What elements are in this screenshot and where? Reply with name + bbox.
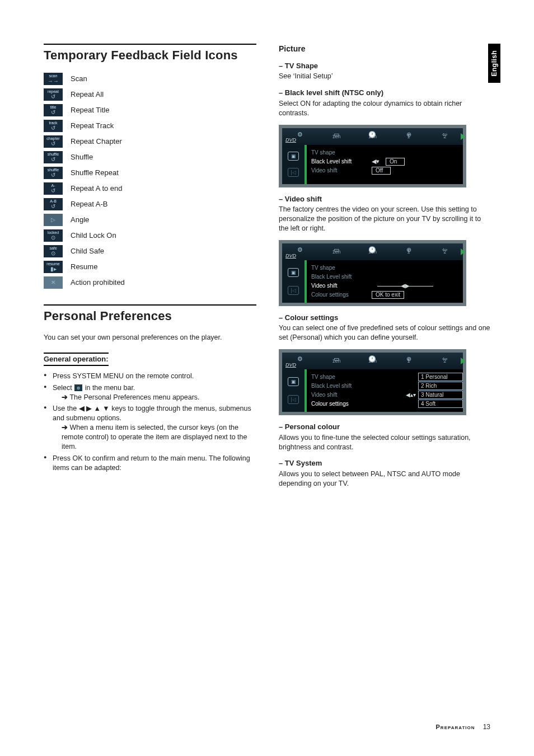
- osd-top-icon: ⚙: [282, 355, 318, 363]
- tv-system-body: Allows you to select between PAL, NTSC a…: [279, 469, 491, 489]
- personal-colour-body: Allows you to fine-tune the selected col…: [279, 433, 491, 452]
- tv-shape-body: See ‘Initial Setup’: [279, 72, 491, 81]
- feedback-icon-row: track↺Repeat Track: [44, 120, 256, 132]
- left-column: Temporary Feedback Field Icons scan→→Sca…: [44, 44, 256, 489]
- feedback-icon-thumb: ▷: [44, 214, 63, 226]
- colour-settings-body: You can select one of five predefined se…: [279, 323, 491, 342]
- feedback-icon-row: locked⊙Child Lock On: [44, 229, 256, 242]
- osd-menu-row: Black Level shift: [311, 382, 397, 391]
- feedback-icon-label: Repeat Chapter: [71, 137, 122, 147]
- osd-menu-row: Black Level shift◀▾On: [311, 157, 458, 166]
- feedback-icon-row: ▷Angle: [44, 214, 256, 226]
- osd-top-icon: ▭: [318, 130, 355, 139]
- feedback-icon-row: ✕Action prohibited: [44, 276, 256, 289]
- osd-menu-label: TV shape: [311, 373, 367, 381]
- osd-menu-row: Video shiftOff: [311, 166, 458, 175]
- osd-value: Off: [372, 167, 391, 175]
- osd-black-level: DVD ⚙▭🕐⊕⇦ 1en 1en 1 2 ▣ |◁ TV shapeBlack…: [279, 125, 466, 187]
- osd-menu-row: Colour settings: [311, 400, 397, 408]
- osd-top-icon: ▭: [318, 246, 355, 254]
- feedback-icon-thumb: title↺: [44, 104, 63, 116]
- osd-ctrl-icon: ◀▴▾: [406, 391, 416, 399]
- feedback-icon-row: title↺Repeat Title: [44, 104, 256, 116]
- feedback-icon-label: Child Lock On: [71, 231, 116, 241]
- video-shift-body: The factory centres the video on your sc…: [279, 205, 491, 233]
- feedback-icon-row: shuffle↺Shuffle: [44, 151, 256, 163]
- feedback-icon-thumb: chapter↺: [44, 135, 63, 148]
- osd-top-icon: ⇦: [427, 130, 463, 139]
- feedback-icon-row: A-↺Repeat A to end: [44, 182, 256, 195]
- heading-personal-prefs: Personal Preferences: [44, 304, 256, 325]
- osd-top-icon: 🕐: [354, 355, 391, 363]
- feedback-icon-label: Resume: [71, 262, 97, 272]
- osd-top-icon: ⊕: [391, 246, 427, 254]
- osd-list-item: 1 Personal: [418, 373, 463, 381]
- language-tab-label: English: [490, 50, 499, 77]
- feedback-icon-label: Repeat Track: [71, 121, 114, 131]
- general-operation-heading: General operation:: [44, 353, 109, 366]
- step-arrow-keys-note: When a menu item is selected, the cursor…: [53, 423, 256, 452]
- feedback-icon-thumb: shuffle↺: [44, 151, 63, 163]
- osd-menu-label: TV shape: [311, 264, 367, 272]
- feedback-icon-thumb: repeat↺: [44, 88, 63, 101]
- feedback-icon-label: Child Safe: [71, 246, 104, 256]
- osd-menu-row: TV shape: [311, 373, 397, 382]
- osd-menu-label: Black Level shift: [311, 382, 367, 390]
- osd-video-shift: DVD ⚙▭🕐⊕⇦ 1en 1en 1 2 ▣ |◁ TV shapeBlack…: [279, 240, 466, 306]
- osd-slider: ◀▶: [372, 282, 439, 290]
- osd-menu-row: Video shift◀▶: [311, 281, 458, 290]
- osd-side-icon: |◁: [288, 168, 299, 177]
- osd-top-icon: ▭: [318, 355, 355, 363]
- language-tab: English: [488, 44, 500, 83]
- feedback-icon-label: Scan: [71, 74, 87, 84]
- feedback-icon-row: resume▮▸Resume: [44, 261, 256, 273]
- osd-top-icon: ⊕: [391, 130, 427, 139]
- feedback-icon-row: repeat↺Repeat All: [44, 88, 256, 101]
- feedback-icon-row: A-B↺Repeat A-B: [44, 198, 256, 210]
- osd-menu-label: Colour settings: [311, 291, 367, 299]
- footer-page-number: 13: [483, 723, 490, 731]
- osd-menu-row: Video shift: [311, 391, 397, 400]
- prefs-menu-icon: ⚙: [74, 384, 82, 391]
- feedback-icon-label: Shuffle Repeat: [71, 168, 119, 178]
- step-select-icon: Select ⚙ in the menu bar. The Personal P…: [44, 383, 256, 402]
- osd-side-icon: ▣: [288, 152, 299, 161]
- feedback-icon-thumb: shuffle↺: [44, 167, 63, 179]
- feedback-icon-thumb: locked⊙: [44, 229, 63, 242]
- osd-menu-label: Colour settings: [311, 400, 367, 408]
- step-press-ok: Press OK to confirm and return to the ma…: [44, 454, 256, 473]
- right-column: Picture TV Shape See ‘Initial Setup’ Bla…: [279, 44, 491, 489]
- osd-list-item: 3 Natural: [418, 391, 463, 399]
- sub-tv-system: TV System: [279, 458, 491, 468]
- osd-menu-row: Black Level shift: [311, 273, 458, 281]
- osd-top-icon: ⇦: [427, 246, 463, 254]
- osd-ok-exit: OK to exit: [372, 291, 404, 299]
- sub-black-level: Black level shift (NTSC only): [279, 88, 491, 98]
- osd-top-icon: ⚙: [282, 246, 318, 254]
- feedback-icon-label: Shuffle: [71, 152, 93, 162]
- osd-ctrl-icon: ◀▾: [372, 157, 380, 166]
- feedback-icon-row: scan→→Scan: [44, 73, 256, 85]
- osd-menu-label: Black Level shift: [311, 273, 367, 281]
- feedback-icon-thumb: track↺: [44, 120, 63, 132]
- feedback-icon-row: chapter↺Repeat Chapter: [44, 135, 256, 148]
- sub-video-shift: Video shift: [279, 194, 491, 204]
- osd-menu-label: Video shift: [311, 391, 367, 399]
- general-operation-steps: Press SYSTEM MENU on the remote control.…: [44, 372, 256, 473]
- feedback-icon-label: Repeat All: [71, 90, 104, 100]
- feedback-icon-label: Angle: [71, 215, 89, 225]
- feedback-icon-label: Repeat A-B: [71, 199, 108, 209]
- feedback-icon-label: Repeat Title: [71, 105, 109, 115]
- heading-feedback-icons: Temporary Feedback Field Icons: [44, 44, 256, 64]
- feedback-icon-label: Repeat A to end: [71, 184, 123, 194]
- osd-top-icon: ⚙: [282, 130, 318, 139]
- personal-prefs-intro: You can set your own personal preference…: [44, 333, 256, 342]
- feedback-icon-thumb: ✕: [44, 276, 63, 289]
- osd-menu-row: TV shape: [311, 148, 458, 157]
- osd-top-icon: ⇦: [427, 355, 463, 363]
- osd-menu-row: TV shape: [311, 264, 458, 273]
- step-press-system-menu: Press SYSTEM MENU on the remote control.: [44, 372, 256, 381]
- feedback-icon-thumb: safe⊙: [44, 245, 63, 257]
- osd-colour-settings: DVD ⚙▭🕐⊕⇦ 1en 1en 1 2 ▣ |◁ TV shapeBlack…: [279, 349, 466, 415]
- osd-list-item: 4 Soft: [418, 400, 463, 408]
